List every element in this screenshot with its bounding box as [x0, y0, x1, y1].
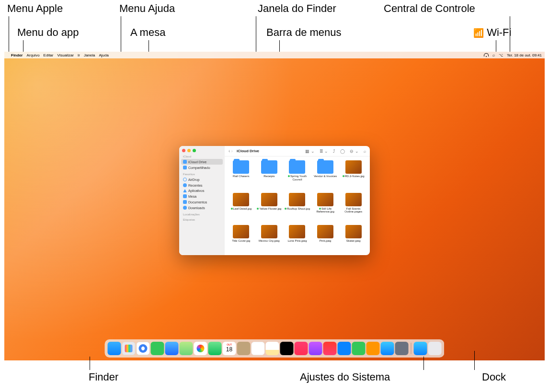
- sidebar-item-label: iCloud Drive: [188, 160, 206, 164]
- search-button[interactable]: ⌕: [364, 149, 366, 154]
- wifi-icon[interactable]: [484, 53, 489, 57]
- callout-dock: Dock: [482, 371, 506, 383]
- finder-item[interactable]: Leaf Detail.jpg: [228, 193, 255, 223]
- sidebar-item-aplicativos[interactable]: Aplicativos: [181, 188, 223, 193]
- menu-ir[interactable]: Ir: [78, 53, 80, 57]
- dock-tv[interactable]: [280, 342, 294, 355]
- group-button[interactable]: ≣ ⌄: [320, 149, 329, 154]
- spotlight-icon[interactable]: ⌕: [492, 53, 495, 57]
- sidebar-item-icloud-drive[interactable]: iCloud Drive: [181, 159, 223, 165]
- ico-desk-icon: [183, 194, 187, 198]
- finder-item[interactable]: Skater.jpeg: [340, 225, 367, 251]
- dock-trash[interactable]: [428, 342, 442, 355]
- sidebar-header: Etiquetas: [183, 218, 223, 221]
- tag-dot-icon: [231, 208, 233, 210]
- menu-bar: Finder Arquivo Editar Visualizar Ir Jane…: [4, 52, 545, 58]
- window-zoom-button[interactable]: [193, 149, 196, 152]
- dock-music[interactable]: [295, 342, 308, 355]
- finder-item[interactable]: Vendor & Invoices: [312, 160, 339, 190]
- calendar-day: 18: [223, 346, 236, 353]
- folder-icon: [261, 160, 277, 174]
- dock-downloads[interactable]: [414, 342, 427, 355]
- finder-item[interactable]: Rooftop Shoot.jpg: [284, 193, 311, 223]
- dock-safari[interactable]: [137, 342, 150, 355]
- nav-back-button[interactable]: ‹: [229, 148, 230, 154]
- dock-numbers[interactable]: [352, 342, 366, 355]
- dock-news[interactable]: [323, 342, 337, 355]
- dock-maps[interactable]: [180, 342, 193, 355]
- sidebar-item-mesa[interactable]: Mesa: [181, 193, 223, 199]
- dock-mail[interactable]: [165, 342, 179, 355]
- finder-item-label: Skater.jpeg: [346, 239, 361, 243]
- finder-item[interactable]: Lone Pine.jpeg: [284, 225, 311, 251]
- dock-system-settings[interactable]: [395, 342, 409, 355]
- sidebar-item-label: Compartilhado: [188, 166, 210, 169]
- window-close-button[interactable]: [182, 149, 185, 152]
- finder-item[interactable]: Mexico City.jpeg: [256, 225, 283, 251]
- sidebar-item-compartilhado[interactable]: Compartilhado: [181, 165, 223, 170]
- menu-editar[interactable]: Editar: [44, 53, 54, 57]
- callout-line: [510, 16, 510, 52]
- nav-fwd-button[interactable]: ›: [231, 148, 233, 154]
- sidebar-item-airdrop[interactable]: AirDrop: [181, 177, 223, 182]
- window-minimize-button[interactable]: [187, 149, 191, 152]
- sidebar-header: Favoritos: [183, 173, 223, 176]
- dock-pages[interactable]: [366, 342, 380, 355]
- ico-share-icon: [183, 166, 187, 169]
- callout-help-menu: Menu Ajuda: [119, 2, 175, 15]
- sidebar-item-label: Downloads: [188, 206, 205, 210]
- finder-item[interactable]: Rail Chasers: [228, 160, 255, 190]
- dock-reminders[interactable]: [252, 342, 265, 355]
- sidebar-item-downloads[interactable]: Downloads: [181, 205, 223, 211]
- callout-line: [90, 357, 90, 370]
- finder-item[interactable]: Still Life Reference.jpg: [312, 193, 339, 223]
- finder-item[interactable]: Pink.jpeg: [312, 225, 339, 251]
- dock-finder[interactable]: [108, 342, 121, 355]
- tag-dot-icon: [319, 208, 321, 210]
- actions-button[interactable]: ⊖ ⌄: [350, 149, 359, 154]
- menu-ajuda[interactable]: Ajuda: [99, 53, 109, 57]
- datetime[interactable]: Ter. 18 de out. 09:41: [507, 53, 542, 57]
- finder-title: iCloud Drive: [237, 149, 259, 153]
- menu-arquivo[interactable]: Arquivo: [26, 53, 39, 57]
- dock-facetime[interactable]: [208, 342, 222, 355]
- callout-wifi-icon: 📶 Wi-Fi: [473, 26, 511, 39]
- image-thumb-icon: [345, 225, 362, 238]
- sidebar-item-label: AirDrop: [188, 178, 200, 181]
- dock-keynote[interactable]: [338, 342, 351, 355]
- share-button[interactable]: ⤴: [333, 149, 335, 154]
- dock-contacts[interactable]: [237, 342, 251, 355]
- image-thumb-icon: [317, 225, 333, 238]
- image-thumb-icon: [345, 193, 362, 206]
- control-center-icon[interactable]: ⌥: [499, 53, 503, 57]
- sidebar-item-recentes[interactable]: Recentes: [181, 182, 223, 188]
- dock-messages[interactable]: [151, 342, 164, 355]
- app-menu[interactable]: Finder: [11, 53, 23, 57]
- finder-window[interactable]: iCloudiCloud DriveCompartilhadoFavoritos…: [179, 146, 370, 255]
- sidebar-item-label: Mesa: [188, 195, 196, 198]
- finder-item-label: Spring Youth Council: [284, 175, 310, 181]
- finder-item[interactable]: Yellow Flower.jpg: [256, 193, 283, 223]
- desktop[interactable]: Finder Arquivo Editar Visualizar Ir Jane…: [4, 52, 545, 360]
- dock-calendar[interactable]: OUT18: [223, 342, 236, 355]
- finder-item[interactable]: Receipts: [256, 160, 283, 190]
- callout-line: [121, 16, 121, 52]
- menu-visualizar[interactable]: Visualizar: [57, 53, 74, 57]
- finder-item[interactable]: Spring Youth Council: [284, 160, 311, 190]
- menu-janela[interactable]: Janela: [84, 53, 95, 57]
- callout-apple-menu: Menu Apple: [7, 2, 63, 15]
- view-icons-button[interactable]: ▦ ⌄: [305, 149, 315, 154]
- dock-photos[interactable]: [194, 342, 207, 355]
- dock-appstore[interactable]: [381, 342, 394, 355]
- callout-line: [496, 40, 496, 52]
- finder-item[interactable]: Fall Scents Outline.pages: [340, 193, 367, 223]
- dock-podcasts[interactable]: [309, 342, 322, 355]
- ico-apps-icon: [183, 189, 187, 192]
- finder-item[interactable]: Title Cover.jpg: [228, 225, 255, 251]
- dock-launchpad[interactable]: [122, 342, 136, 355]
- tags-button[interactable]: ◯: [340, 149, 345, 154]
- sidebar-item-documentos[interactable]: Documentos: [181, 199, 223, 205]
- finder-item[interactable]: RD.2-Notes.jpg: [340, 160, 367, 190]
- finder-item-label: Yellow Flower.jpg: [257, 207, 281, 211]
- dock-notes[interactable]: [266, 342, 279, 355]
